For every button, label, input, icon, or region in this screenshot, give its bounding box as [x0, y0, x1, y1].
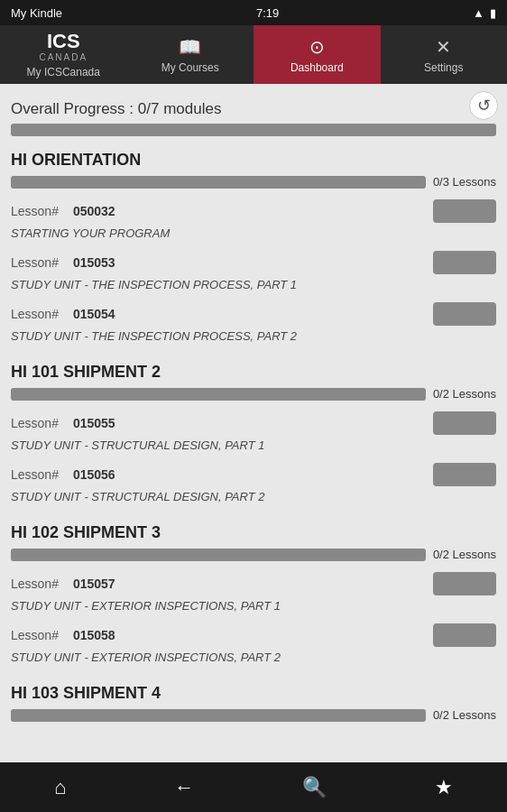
main-content: ↺ Overall Progress : 0/7 modules HI ORIE… [0, 84, 507, 762]
refresh-button[interactable]: ↺ [469, 91, 498, 120]
lesson-num-wrap-1-1: Lesson#015056 [11, 467, 115, 482]
module-section-0: HI ORIENTATION0/3 LessonsLesson#050032ST… [11, 151, 496, 348]
lesson-hash-2-1: Lesson# [11, 628, 59, 642]
modules-container: HI ORIENTATION0/3 LessonsLesson#050032ST… [11, 151, 496, 722]
lesson-top-2-1: Lesson#015058 [11, 620, 496, 651]
tab-my-icscanada-label: My ICSCanada [27, 66, 100, 78]
lesson-num-wrap-2-1: Lesson#015058 [11, 628, 115, 642]
book-icon: 📖 [179, 36, 201, 58]
module-lessons-count-0: 0/3 Lessons [433, 175, 496, 189]
lesson-hash-0-1: Lesson# [11, 255, 59, 270]
module-progress-wrap-1: 0/2 Lessons [11, 387, 496, 401]
lesson-button-0-2[interactable] [433, 302, 496, 326]
settings-icon: ✕ [436, 36, 451, 58]
lesson-row-1-0: Lesson#015055STUDY UNIT - STRUCTURAL DES… [11, 408, 496, 457]
lesson-top-0-2: Lesson#015054 [11, 299, 496, 329]
status-bar: My Kindle 7:19 ▲ ▮ [0, 0, 507, 25]
lesson-subtitle-2-0: STUDY UNIT - EXTERIOR INSPECTIONS, PART … [11, 599, 496, 618]
tab-my-courses[interactable]: 📖 My Courses [127, 25, 254, 84]
module-progress-wrap-0: 0/3 Lessons [11, 175, 496, 189]
lesson-top-2-0: Lesson#015057 [11, 568, 496, 599]
lesson-id-2-0: 015057 [73, 577, 115, 591]
module-title-1: HI 101 SHIPMENT 2 [11, 363, 496, 382]
lesson-top-0-1: Lesson#015053 [11, 247, 496, 278]
module-lessons-count-2: 0/2 Lessons [433, 548, 496, 561]
lesson-id-1-1: 015056 [73, 467, 115, 482]
lesson-subtitle-1-1: STUDY UNIT - STRUCTURAL DESIGN, PART 2 [11, 490, 496, 509]
lesson-num-wrap-0-2: Lesson#015054 [11, 307, 115, 321]
ics-logo-main: ICS [47, 31, 80, 52]
lesson-id-1-0: 015055 [73, 416, 115, 430]
battery-icon: ▮ [490, 6, 496, 20]
module-progress-wrap-3: 0/2 Lessons [11, 708, 496, 722]
time: 7:19 [256, 6, 279, 20]
lesson-id-0-2: 015054 [73, 307, 115, 321]
ics-logo-sub: CANADA [39, 52, 88, 62]
module-lessons-count-1: 0/2 Lessons [433, 387, 496, 401]
lesson-id-0-0: 050032 [73, 204, 115, 218]
lesson-subtitle-0-2: STUDY UNIT - THE INSPECTION PROCESS, PAR… [11, 329, 496, 348]
lesson-hash-0-0: Lesson# [11, 204, 59, 218]
lesson-top-1-1: Lesson#015056 [11, 459, 496, 490]
lesson-row-0-2: Lesson#015054STUDY UNIT - THE INSPECTION… [11, 299, 496, 348]
module-progress-wrap-2: 0/2 Lessons [11, 548, 496, 561]
lesson-num-wrap-1-0: Lesson#015055 [11, 416, 115, 430]
nav-header: ICS CANADA My ICSCanada 📖 My Courses ⊙ D… [0, 25, 507, 84]
tab-settings-label: Settings [424, 61, 463, 74]
star-button[interactable]: ★ [420, 769, 467, 807]
lesson-num-wrap-0-1: Lesson#015053 [11, 255, 115, 270]
lesson-button-0-1[interactable] [433, 251, 496, 274]
lesson-row-1-1: Lesson#015056STUDY UNIT - STRUCTURAL DES… [11, 459, 496, 509]
module-progress-bar-2 [11, 549, 426, 561]
lesson-hash-1-0: Lesson# [11, 416, 59, 430]
lesson-top-0-0: Lesson#050032 [11, 196, 496, 226]
lesson-subtitle-1-0: STUDY UNIT - STRUCTURAL DESIGN, PART 1 [11, 438, 496, 457]
module-section-2: HI 102 SHIPMENT 30/2 LessonsLesson#01505… [11, 523, 496, 669]
tab-my-icscanada[interactable]: ICS CANADA My ICSCanada [0, 25, 127, 84]
tab-settings[interactable]: ✕ Settings [381, 25, 508, 84]
module-lessons-count-3: 0/2 Lessons [433, 708, 496, 722]
lesson-id-2-1: 015058 [73, 628, 115, 642]
module-progress-bar-0 [11, 176, 426, 189]
wifi-icon: ▲ [473, 6, 484, 20]
lesson-hash-2-0: Lesson# [11, 577, 59, 591]
lesson-subtitle-0-1: STUDY UNIT - THE INSPECTION PROCESS, PAR… [11, 278, 496, 297]
overall-progress-section: Overall Progress : 0/7 modules [11, 100, 496, 136]
lesson-hash-1-1: Lesson# [11, 467, 59, 482]
lesson-row-2-0: Lesson#015057STUDY UNIT - EXTERIOR INSPE… [11, 568, 496, 618]
lesson-button-2-0[interactable] [433, 572, 496, 595]
lesson-button-1-0[interactable] [433, 411, 496, 435]
lesson-hash-0-2: Lesson# [11, 307, 59, 321]
lesson-subtitle-2-1: STUDY UNIT - EXTERIOR INSPECTIONS, PART … [11, 651, 496, 669]
lesson-row-0-1: Lesson#015053STUDY UNIT - THE INSPECTION… [11, 247, 496, 297]
lesson-num-wrap-2-0: Lesson#015057 [11, 577, 115, 591]
home-button[interactable]: ⌂ [40, 769, 80, 807]
lesson-button-0-0[interactable] [433, 199, 496, 223]
module-title-0: HI ORIENTATION [11, 151, 496, 170]
tab-dashboard[interactable]: ⊙ Dashboard [254, 25, 381, 84]
lesson-button-2-1[interactable] [433, 623, 496, 647]
search-button[interactable]: 🔍 [288, 769, 341, 807]
module-title-2: HI 102 SHIPMENT 3 [11, 523, 496, 542]
lesson-top-1-0: Lesson#015055 [11, 408, 496, 438]
status-icons: ▲ ▮ [473, 6, 496, 20]
bottom-nav: ⌂ ← 🔍 ★ [0, 762, 507, 812]
module-progress-bar-3 [11, 709, 426, 722]
lesson-row-0-0: Lesson#050032STARTING YOUR PROGRAM [11, 196, 496, 245]
overall-progress-bar [11, 124, 496, 136]
back-button[interactable]: ← [160, 769, 208, 807]
refresh-icon: ↺ [477, 96, 491, 115]
lesson-num-wrap-0-0: Lesson#050032 [11, 204, 115, 218]
overall-progress-label: Overall Progress : 0/7 modules [11, 100, 496, 118]
lesson-subtitle-0-0: STARTING YOUR PROGRAM [11, 226, 496, 245]
module-section-1: HI 101 SHIPMENT 20/2 LessonsLesson#01505… [11, 363, 496, 509]
app-name: My Kindle [11, 6, 62, 20]
tab-my-courses-label: My Courses [161, 61, 219, 74]
dashboard-icon: ⊙ [309, 36, 325, 58]
module-progress-bar-1 [11, 388, 426, 401]
module-title-3: HI 103 SHIPMENT 4 [11, 684, 496, 703]
lesson-button-1-1[interactable] [433, 463, 496, 486]
module-section-3: HI 103 SHIPMENT 40/2 Lessons [11, 684, 496, 722]
lesson-row-2-1: Lesson#015058STUDY UNIT - EXTERIOR INSPE… [11, 620, 496, 669]
lesson-id-0-1: 015053 [73, 255, 115, 270]
